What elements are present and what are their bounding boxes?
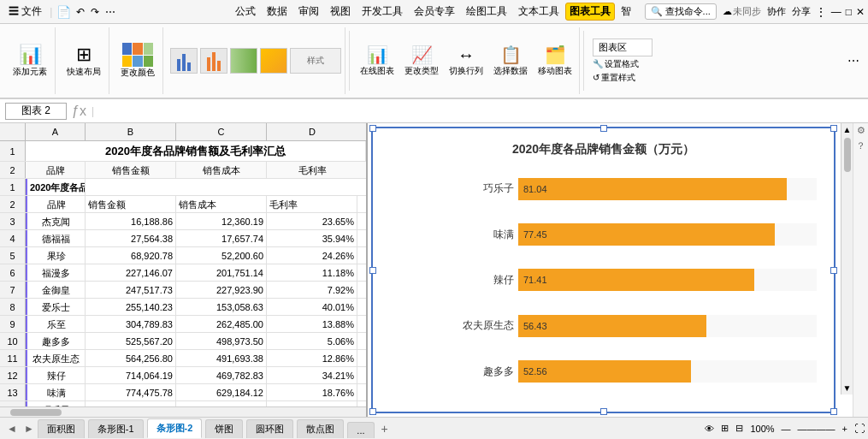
cell[interactable]: 17,657.74: [176, 230, 267, 246]
cell[interactable]: 农夫原生态: [26, 350, 86, 366]
cell[interactable]: 乐至: [26, 316, 86, 332]
row-num[interactable]: 8: [0, 299, 26, 315]
share-label[interactable]: 分享: [792, 5, 811, 18]
menu-member[interactable]: 会员专享: [409, 3, 460, 21]
cell[interactable]: 525,567.20: [86, 333, 176, 349]
cell[interactable]: 销售金额: [86, 196, 176, 212]
sync-label[interactable]: 未同步: [733, 5, 761, 18]
switch-row-col-btn[interactable]: ↔️ 切换行列: [447, 45, 485, 77]
handle-tr[interactable]: [830, 125, 837, 132]
cell[interactable]: 毛利率: [267, 162, 357, 178]
cell[interactable]: 果珍: [26, 247, 86, 264]
ribbon-expand[interactable]: ⋯: [844, 50, 863, 71]
cell[interactable]: 34.21%: [267, 367, 357, 383]
window-maximize[interactable]: □: [846, 6, 852, 18]
cell[interactable]: 262,485.00: [176, 316, 267, 332]
col-header-a[interactable]: A: [26, 123, 86, 140]
toolbar-more[interactable]: ⋯: [103, 6, 118, 18]
cell[interactable]: 辣仔: [26, 367, 86, 383]
handle-mr[interactable]: [830, 267, 837, 274]
row-num[interactable]: 3: [0, 213, 26, 229]
cell[interactable]: 品牌: [26, 162, 86, 178]
cell[interactable]: 227,146.07: [86, 264, 176, 281]
menu-chart-active[interactable]: 图表工具: [565, 3, 615, 21]
cell[interactable]: 5.06%: [267, 333, 357, 349]
select-data-btn[interactable]: 📋 选择数据: [492, 44, 529, 77]
sheet-tab[interactable]: ...: [347, 422, 374, 438]
cell[interactable]: 德福福: [26, 230, 86, 246]
cell[interactable]: 629,184.12: [176, 384, 267, 400]
cell[interactable]: 12,360.19: [176, 213, 267, 229]
online-chart-btn[interactable]: 📊 在线图表: [358, 44, 396, 77]
row-num[interactable]: 1: [0, 141, 26, 161]
menu-review[interactable]: 审阅: [293, 3, 324, 21]
handle-bc[interactable]: [600, 408, 607, 415]
cell[interactable]: 11.18%: [267, 264, 357, 281]
add-sheet-btn[interactable]: +: [376, 420, 393, 437]
cell[interactable]: 金御皇: [26, 282, 86, 298]
col-header-c[interactable]: C: [176, 123, 267, 140]
cell[interactable]: 774,475.78: [86, 384, 176, 400]
menu-formula[interactable]: 公式: [230, 3, 261, 21]
cell[interactable]: 498,973.50: [176, 333, 267, 349]
col-header-d[interactable]: D: [267, 123, 357, 140]
view-normal-btn[interactable]: ⊞: [721, 423, 729, 434]
cell[interactable]: 491,693.38: [176, 350, 267, 366]
tab-nav-right[interactable]: ►: [21, 421, 38, 436]
sheet-tab[interactable]: 散点图: [297, 419, 344, 438]
scroll-down[interactable]: ▼: [843, 383, 852, 393]
window-close[interactable]: ✕: [856, 6, 865, 18]
add-element-btn[interactable]: 📊 添加元素: [10, 41, 50, 80]
cell[interactable]: 68,920.78: [86, 247, 176, 264]
cell[interactable]: 12.86%: [267, 350, 357, 366]
icon-settings[interactable]: ⚙: [857, 125, 865, 136]
handle-ml[interactable]: [369, 267, 376, 274]
style4[interactable]: [260, 48, 287, 74]
menu-smart[interactable]: 智: [616, 3, 636, 21]
sheet-tab[interactable]: 条形图-1: [88, 419, 144, 438]
zoom-out[interactable]: —: [782, 424, 791, 434]
row-num[interactable]: 9: [0, 316, 26, 332]
row-num[interactable]: 12: [0, 367, 26, 383]
sheet-tab-active[interactable]: 条形图-2: [147, 418, 203, 438]
icon-help[interactable]: ？: [856, 139, 865, 152]
v-scrollbar[interactable]: ▲ ▼: [841, 123, 853, 395]
row-num[interactable]: 5: [0, 247, 26, 264]
row-num[interactable]: 10: [0, 333, 26, 349]
menu-view[interactable]: 视图: [325, 3, 356, 21]
sheet-tab[interactable]: 面积图: [38, 419, 85, 438]
row-num[interactable]: 13: [0, 384, 26, 400]
cell[interactable]: 18.76%: [267, 384, 357, 400]
menu-file[interactable]: ☰ ☰ 文件文件: [3, 3, 47, 21]
search-box[interactable]: 🔍 查找命令...: [645, 3, 717, 20]
style3[interactable]: [230, 48, 257, 74]
row-num[interactable]: 1: [0, 179, 26, 195]
row-num[interactable]: 4: [0, 230, 26, 246]
cell[interactable]: 469,782.83: [176, 367, 267, 383]
tab-nav-left[interactable]: ◄: [3, 421, 21, 436]
toolbar-undo[interactable]: ↶: [74, 6, 87, 18]
cell[interactable]: 27,564.38: [86, 230, 176, 246]
format-btn[interactable]: 🔧 设置格式: [593, 58, 652, 70]
toolbar-redo[interactable]: ↷: [88, 6, 102, 18]
cell[interactable]: 714,064.19: [86, 367, 176, 383]
cell[interactable]: 销售成本: [176, 162, 267, 178]
cell[interactable]: 趣多多: [26, 333, 86, 349]
scroll-thumb[interactable]: [10, 409, 62, 416]
menu-draw[interactable]: 绘图工具: [461, 3, 512, 21]
menu-text[interactable]: 文本工具: [513, 3, 564, 21]
handle-tl[interactable]: [369, 125, 376, 132]
cell[interactable]: 毛利率: [267, 196, 357, 212]
cell[interactable]: 23.65%: [267, 213, 357, 229]
cell[interactable]: 564,256.80: [86, 350, 176, 366]
cell[interactable]: 福漫多: [26, 264, 86, 281]
handle-bl[interactable]: [369, 408, 376, 415]
cell[interactable]: 13.88%: [267, 316, 357, 332]
cell[interactable]: 247,517.73: [86, 282, 176, 298]
chart-area-selector[interactable]: 图表区: [593, 39, 652, 56]
zoom-in[interactable]: +: [842, 424, 847, 434]
row-num[interactable]: 2: [0, 162, 26, 178]
name-box[interactable]: [5, 103, 67, 120]
formula-input[interactable]: [97, 105, 863, 117]
sheet-tab[interactable]: 饼图: [205, 419, 243, 438]
